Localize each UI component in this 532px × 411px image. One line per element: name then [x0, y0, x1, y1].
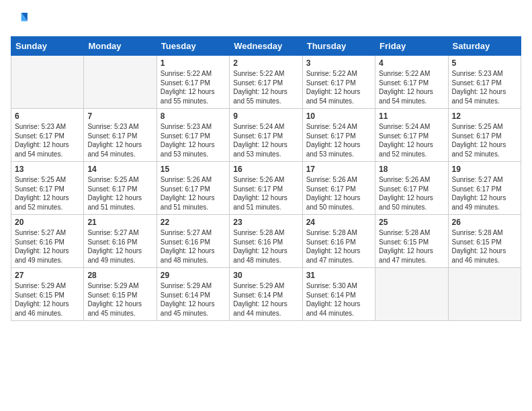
calendar-day: 10Sunrise: 5:24 AMSunset: 6:17 PMDayligh…	[302, 109, 375, 162]
day-info: Sunrise: 5:22 AMSunset: 6:17 PMDaylight:…	[161, 69, 226, 105]
day-info: Sunrise: 5:23 AMSunset: 6:17 PMDaylight:…	[87, 122, 152, 158]
day-number: 29	[161, 271, 226, 280]
day-number: 20	[15, 218, 80, 227]
day-number: 13	[15, 165, 80, 174]
logo	[11, 11, 32, 30]
logo-icon	[11, 11, 30, 30]
calendar-day: 25Sunrise: 5:28 AMSunset: 6:15 PMDayligh…	[375, 215, 448, 268]
calendar-header-wednesday: Wednesday	[230, 37, 302, 56]
day-info: Sunrise: 5:29 AMSunset: 6:14 PMDaylight:…	[233, 281, 298, 318]
calendar-day	[375, 268, 448, 321]
day-info: Sunrise: 5:28 AMSunset: 6:15 PMDaylight:…	[379, 228, 444, 265]
calendar-header-tuesday: Tuesday	[157, 37, 229, 56]
day-info: Sunrise: 5:24 AMSunset: 6:17 PMDaylight:…	[379, 122, 444, 158]
day-number: 5	[452, 58, 517, 68]
calendar-day: 23Sunrise: 5:28 AMSunset: 6:16 PMDayligh…	[230, 215, 302, 268]
calendar-day: 21Sunrise: 5:27 AMSunset: 6:16 PMDayligh…	[84, 215, 157, 268]
day-info: Sunrise: 5:24 AMSunset: 6:17 PMDaylight:…	[233, 122, 298, 158]
day-number: 21	[87, 218, 152, 227]
calendar-day: 13Sunrise: 5:25 AMSunset: 6:17 PMDayligh…	[11, 162, 84, 215]
day-info: Sunrise: 5:27 AMSunset: 6:17 PMDaylight:…	[452, 175, 517, 212]
day-number: 19	[452, 165, 517, 174]
day-number: 10	[306, 111, 371, 121]
day-info: Sunrise: 5:23 AMSunset: 6:17 PMDaylight:…	[161, 122, 226, 158]
calendar-day: 7Sunrise: 5:23 AMSunset: 6:17 PMDaylight…	[84, 109, 157, 162]
calendar-day: 20Sunrise: 5:27 AMSunset: 6:16 PMDayligh…	[11, 215, 84, 268]
calendar-day: 17Sunrise: 5:26 AMSunset: 6:17 PMDayligh…	[302, 162, 375, 215]
calendar-day	[11, 56, 84, 109]
day-number: 7	[87, 111, 152, 121]
day-info: Sunrise: 5:22 AMSunset: 6:17 PMDaylight:…	[233, 69, 298, 105]
day-info: Sunrise: 5:22 AMSunset: 6:17 PMDaylight:…	[306, 69, 371, 105]
page-header	[11, 11, 521, 30]
calendar-day: 22Sunrise: 5:27 AMSunset: 6:16 PMDayligh…	[157, 215, 229, 268]
day-info: Sunrise: 5:26 AMSunset: 6:17 PMDaylight:…	[161, 175, 226, 212]
calendar-body: 1Sunrise: 5:22 AMSunset: 6:17 PMDaylight…	[11, 56, 521, 321]
day-info: Sunrise: 5:29 AMSunset: 6:14 PMDaylight:…	[161, 281, 226, 318]
calendar-day: 14Sunrise: 5:25 AMSunset: 6:17 PMDayligh…	[84, 162, 157, 215]
day-info: Sunrise: 5:27 AMSunset: 6:16 PMDaylight:…	[87, 228, 152, 265]
calendar-day: 9Sunrise: 5:24 AMSunset: 6:17 PMDaylight…	[230, 109, 302, 162]
day-number: 15	[161, 165, 226, 174]
calendar-day: 19Sunrise: 5:27 AMSunset: 6:17 PMDayligh…	[448, 162, 521, 215]
day-info: Sunrise: 5:24 AMSunset: 6:17 PMDaylight:…	[306, 122, 371, 158]
day-number: 25	[379, 218, 444, 227]
day-info: Sunrise: 5:22 AMSunset: 6:17 PMDaylight:…	[379, 69, 444, 105]
calendar-week-row: 6Sunrise: 5:23 AMSunset: 6:17 PMDaylight…	[11, 109, 521, 162]
calendar-week-row: 1Sunrise: 5:22 AMSunset: 6:17 PMDaylight…	[11, 56, 521, 109]
day-number: 14	[87, 165, 152, 174]
day-info: Sunrise: 5:28 AMSunset: 6:16 PMDaylight:…	[306, 228, 371, 265]
day-info: Sunrise: 5:28 AMSunset: 6:16 PMDaylight:…	[233, 228, 298, 265]
day-number: 6	[15, 111, 80, 121]
day-number: 11	[379, 111, 444, 121]
day-number: 23	[233, 218, 298, 227]
calendar-day: 11Sunrise: 5:24 AMSunset: 6:17 PMDayligh…	[375, 109, 448, 162]
calendar-header-sunday: Sunday	[11, 37, 84, 56]
calendar-day: 6Sunrise: 5:23 AMSunset: 6:17 PMDaylight…	[11, 109, 84, 162]
calendar-day: 8Sunrise: 5:23 AMSunset: 6:17 PMDaylight…	[157, 109, 229, 162]
calendar-day	[84, 56, 157, 109]
calendar-day: 30Sunrise: 5:29 AMSunset: 6:14 PMDayligh…	[230, 268, 302, 321]
day-info: Sunrise: 5:25 AMSunset: 6:17 PMDaylight:…	[15, 175, 80, 212]
calendar-day: 29Sunrise: 5:29 AMSunset: 6:14 PMDayligh…	[157, 268, 229, 321]
calendar-week-row: 27Sunrise: 5:29 AMSunset: 6:15 PMDayligh…	[11, 268, 521, 321]
calendar-day: 15Sunrise: 5:26 AMSunset: 6:17 PMDayligh…	[157, 162, 229, 215]
day-number: 8	[161, 111, 226, 121]
day-number: 22	[161, 218, 226, 227]
calendar-week-row: 13Sunrise: 5:25 AMSunset: 6:17 PMDayligh…	[11, 162, 521, 215]
day-info: Sunrise: 5:29 AMSunset: 6:15 PMDaylight:…	[87, 281, 152, 318]
day-number: 30	[233, 271, 298, 280]
day-number: 24	[306, 218, 371, 227]
day-info: Sunrise: 5:27 AMSunset: 6:16 PMDaylight:…	[161, 228, 226, 265]
calendar-day: 18Sunrise: 5:26 AMSunset: 6:17 PMDayligh…	[375, 162, 448, 215]
day-info: Sunrise: 5:25 AMSunset: 6:17 PMDaylight:…	[452, 122, 517, 158]
day-info: Sunrise: 5:26 AMSunset: 6:17 PMDaylight:…	[233, 175, 298, 212]
calendar-day: 28Sunrise: 5:29 AMSunset: 6:15 PMDayligh…	[84, 268, 157, 321]
day-number: 12	[452, 111, 517, 121]
calendar-day: 2Sunrise: 5:22 AMSunset: 6:17 PMDaylight…	[230, 56, 302, 109]
day-number: 31	[306, 271, 371, 280]
calendar-header-monday: Monday	[84, 37, 157, 56]
day-info: Sunrise: 5:23 AMSunset: 6:17 PMDaylight:…	[452, 69, 517, 105]
day-number: 18	[379, 165, 444, 174]
calendar-day: 1Sunrise: 5:22 AMSunset: 6:17 PMDaylight…	[157, 56, 229, 109]
calendar-header-friday: Friday	[375, 37, 448, 56]
day-number: 26	[452, 218, 517, 227]
day-number: 1	[161, 58, 226, 68]
calendar-day: 27Sunrise: 5:29 AMSunset: 6:15 PMDayligh…	[11, 268, 84, 321]
day-info: Sunrise: 5:26 AMSunset: 6:17 PMDaylight:…	[379, 175, 444, 212]
day-info: Sunrise: 5:25 AMSunset: 6:17 PMDaylight:…	[87, 175, 152, 212]
day-info: Sunrise: 5:26 AMSunset: 6:17 PMDaylight:…	[306, 175, 371, 212]
day-info: Sunrise: 5:30 AMSunset: 6:14 PMDaylight:…	[306, 281, 371, 318]
day-number: 28	[87, 271, 152, 280]
calendar-header-row: SundayMondayTuesdayWednesdayThursdayFrid…	[11, 37, 521, 56]
day-number: 4	[379, 58, 444, 68]
calendar-day: 5Sunrise: 5:23 AMSunset: 6:17 PMDaylight…	[448, 56, 521, 109]
day-info: Sunrise: 5:29 AMSunset: 6:15 PMDaylight:…	[15, 281, 80, 318]
day-info: Sunrise: 5:28 AMSunset: 6:15 PMDaylight:…	[452, 228, 517, 265]
calendar-day: 31Sunrise: 5:30 AMSunset: 6:14 PMDayligh…	[302, 268, 375, 321]
day-info: Sunrise: 5:23 AMSunset: 6:17 PMDaylight:…	[15, 122, 80, 158]
calendar-header-saturday: Saturday	[448, 37, 521, 56]
calendar-header-thursday: Thursday	[302, 37, 375, 56]
day-number: 2	[233, 58, 298, 68]
